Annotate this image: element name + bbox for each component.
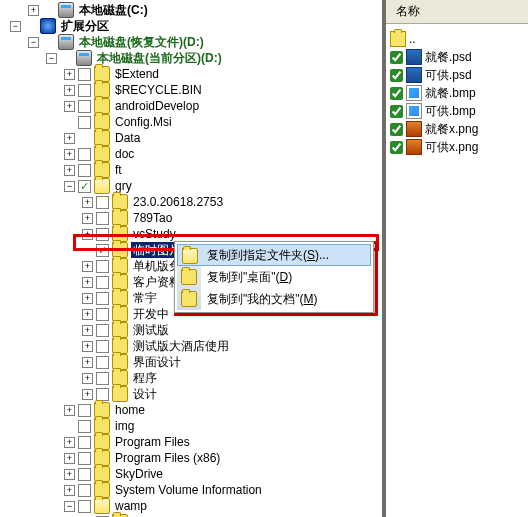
- tree-folder-789Tao[interactable]: +789Tao: [2, 210, 382, 226]
- tree-checkbox[interactable]: [78, 116, 91, 129]
- tree-folder-ft[interactable]: +ft: [2, 162, 382, 178]
- tree-root-node[interactable]: −扩展分区: [2, 18, 382, 34]
- tree-folder-wamp[interactable]: −wamp: [2, 498, 382, 514]
- tree-folder-androidDevelop[interactable]: +androidDevelop: [2, 98, 382, 114]
- tree-current-disk[interactable]: −本地磁盘(当前分区)(D:): [2, 50, 382, 66]
- tree-checkbox[interactable]: [96, 228, 109, 241]
- tree-folder-Config.Msi[interactable]: Config.Msi: [2, 114, 382, 130]
- tree-checkbox[interactable]: [96, 276, 109, 289]
- expand-icon[interactable]: +: [64, 165, 75, 176]
- expand-icon[interactable]: +: [64, 469, 75, 480]
- tree-checkbox[interactable]: [78, 164, 91, 177]
- tree-disk-node[interactable]: +本地磁盘(C:): [2, 2, 382, 18]
- context-menu-item[interactable]: 复制到"我的文档"(M): [177, 288, 371, 310]
- tree-checkbox[interactable]: [96, 196, 109, 209]
- tree-folder-设计[interactable]: +设计: [2, 386, 382, 402]
- expand-icon[interactable]: +: [82, 325, 93, 336]
- file-checkbox[interactable]: [390, 141, 403, 154]
- tree-checkbox[interactable]: [96, 212, 109, 225]
- expand-icon[interactable]: +: [82, 261, 93, 272]
- tree-checkbox[interactable]: ✓: [78, 180, 91, 193]
- context-menu-item[interactable]: 复制到指定文件夹(S)...: [177, 244, 371, 266]
- expand-icon[interactable]: +: [82, 229, 93, 240]
- expand-icon[interactable]: +: [64, 85, 75, 96]
- tree-checkbox[interactable]: [78, 484, 91, 497]
- file-item[interactable]: 就餐.psd: [390, 48, 524, 66]
- tree-folder-SkyDrive[interactable]: +SkyDrive: [2, 466, 382, 482]
- expand-icon[interactable]: +: [64, 485, 75, 496]
- file-item[interactable]: 就餐.bmp: [390, 84, 524, 102]
- file-checkbox[interactable]: [390, 69, 403, 82]
- tree-checkbox[interactable]: [78, 404, 91, 417]
- expand-icon[interactable]: +: [82, 197, 93, 208]
- expand-icon[interactable]: +: [64, 133, 75, 144]
- file-checkbox[interactable]: [390, 123, 403, 136]
- tree-checkbox[interactable]: [78, 500, 91, 513]
- tree-folder-Program Files[interactable]: +Program Files: [2, 434, 382, 450]
- tree-folder-gry[interactable]: −✓gry: [2, 178, 382, 194]
- tree-checkbox[interactable]: [96, 356, 109, 369]
- tree-checkbox[interactable]: [78, 148, 91, 161]
- tree-checkbox[interactable]: [96, 372, 109, 385]
- expand-icon[interactable]: +: [82, 213, 93, 224]
- expand-icon[interactable]: +: [64, 453, 75, 464]
- collapse-icon[interactable]: −: [28, 37, 39, 48]
- expand-icon[interactable]: +: [82, 357, 93, 368]
- file-item[interactable]: 可供x.png: [390, 138, 524, 156]
- tree-folder-System Volume Information[interactable]: +System Volume Information: [2, 482, 382, 498]
- column-header-name[interactable]: 名称: [386, 0, 528, 24]
- tree-folder-程序[interactable]: +程序: [2, 370, 382, 386]
- tree-folder-vcStudy[interactable]: +vcStudy: [2, 226, 382, 242]
- expand-icon[interactable]: +: [28, 5, 39, 16]
- tree-folder-测试版大酒店使用[interactable]: +测试版大酒店使用: [2, 338, 382, 354]
- expand-icon[interactable]: +: [82, 293, 93, 304]
- tree-folder-Program Files (x86)[interactable]: +Program Files (x86): [2, 450, 382, 466]
- expand-icon[interactable]: +: [64, 69, 75, 80]
- tree-checkbox[interactable]: [96, 388, 109, 401]
- tree-folder-23.0.20618.2753[interactable]: +23.0.20618.2753: [2, 194, 382, 210]
- file-checkbox[interactable]: [390, 51, 403, 64]
- collapse-icon[interactable]: −: [10, 21, 21, 32]
- tree-checkbox[interactable]: [96, 292, 109, 305]
- collapse-icon[interactable]: −: [64, 501, 75, 512]
- tree-checkbox[interactable]: [78, 420, 91, 433]
- file-checkbox[interactable]: [390, 105, 403, 118]
- context-menu-item[interactable]: 复制到"桌面"(D): [177, 266, 371, 288]
- expand-icon[interactable]: +: [64, 405, 75, 416]
- tree-checkbox[interactable]: [96, 324, 109, 337]
- tree-restore-disk[interactable]: −本地磁盘(恢复文件)(D:): [2, 34, 382, 50]
- expand-icon[interactable]: +: [82, 309, 93, 320]
- tree-checkbox[interactable]: [78, 100, 91, 113]
- tree-checkbox[interactable]: [78, 68, 91, 81]
- tree-folder-测试版[interactable]: +测试版: [2, 322, 382, 338]
- file-item[interactable]: 可供.bmp: [390, 102, 524, 120]
- collapse-icon[interactable]: −: [64, 181, 75, 192]
- tree-checkbox[interactable]: [96, 340, 109, 353]
- tree-checkbox[interactable]: [96, 260, 109, 273]
- tree-folder-界面设计[interactable]: +界面设计: [2, 354, 382, 370]
- tree-folder-img[interactable]: img: [2, 418, 382, 434]
- expand-icon[interactable]: +: [82, 341, 93, 352]
- tree-folder-home[interactable]: +home: [2, 402, 382, 418]
- file-checkbox[interactable]: [390, 87, 403, 100]
- file-item[interactable]: 可供.psd: [390, 66, 524, 84]
- expand-icon[interactable]: +: [82, 389, 93, 400]
- tree-checkbox[interactable]: [96, 308, 109, 321]
- expand-icon[interactable]: +: [64, 437, 75, 448]
- expand-icon[interactable]: +: [64, 149, 75, 160]
- tree-folder-$Extend[interactable]: +$Extend: [2, 66, 382, 82]
- tree-checkbox[interactable]: [78, 452, 91, 465]
- expand-icon[interactable]: +: [64, 101, 75, 112]
- collapse-icon[interactable]: −: [46, 53, 57, 64]
- tree-folder-Data[interactable]: +Data: [2, 130, 382, 146]
- tree-checkbox[interactable]: ✓: [96, 244, 109, 257]
- tree-folder-$RECYCLE.BIN[interactable]: +$RECYCLE.BIN: [2, 82, 382, 98]
- tree-checkbox[interactable]: [78, 84, 91, 97]
- tree-checkbox[interactable]: [78, 436, 91, 449]
- expand-icon[interactable]: +: [82, 373, 93, 384]
- file-item[interactable]: 就餐x.png: [390, 120, 524, 138]
- expand-icon[interactable]: +: [82, 277, 93, 288]
- tree-checkbox[interactable]: [78, 468, 91, 481]
- file-up-folder[interactable]: ..: [390, 30, 524, 48]
- tree-folder-doc[interactable]: +doc: [2, 146, 382, 162]
